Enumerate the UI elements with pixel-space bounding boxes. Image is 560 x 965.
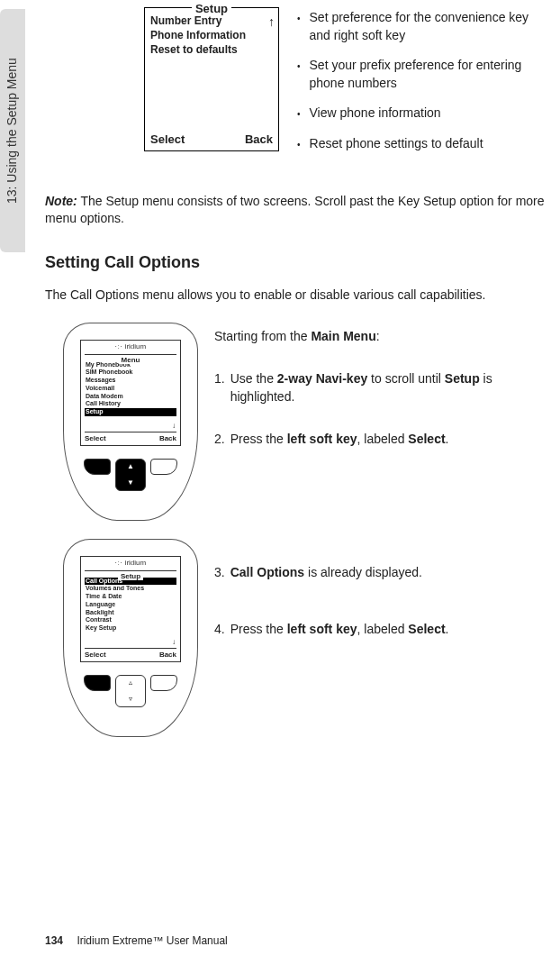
setup-item: Reset to defaults (150, 42, 273, 57)
right-soft-key-icon (150, 459, 177, 475)
note-paragraph: Note: The Setup menu consists of two scr… (45, 193, 551, 228)
screen-title: Setup (118, 572, 143, 580)
brand-label: iridium (81, 341, 180, 351)
bullet-icon: • (297, 108, 301, 123)
bullet-text: Reset phone settings to default (310, 135, 483, 153)
scroll-down-arrow: ↓ (172, 421, 176, 431)
softkey-back: Back (245, 132, 273, 148)
menu-item: Contrast (85, 616, 176, 624)
menu-list: My Phonebook SIM Phonebook Messages Voic… (81, 361, 180, 416)
menu-item: Voicemail (85, 385, 176, 393)
menu-item: Language (85, 601, 176, 609)
softkey-select: Select (150, 132, 185, 148)
menu-item: Time & Date (85, 593, 176, 601)
softkey-select: Select (85, 433, 106, 443)
phone-screen: iridium Menu My Phonebook SIM Phonebook … (80, 340, 181, 446)
bullet-text: Set your prefix preference for entering … (310, 57, 551, 92)
section-heading: Setting Call Options (45, 251, 551, 274)
step-3: 3. Call Options is already displayed. (214, 564, 551, 582)
softkey-back: Back (159, 650, 176, 660)
page-number: 134 (45, 934, 63, 947)
note-text: The Setup menu consists of two screens. … (45, 194, 545, 226)
note-label: Note: (45, 194, 77, 208)
scroll-up-arrow: ↑ (268, 14, 275, 31)
scroll-down-arrow: ↓ (172, 637, 176, 647)
left-soft-key-icon (84, 675, 111, 691)
manual-title: Iridium Extreme™ User Manual (77, 934, 227, 947)
step-4: 4. Press the left soft key, labeled Sele… (214, 621, 551, 639)
left-soft-key-icon (84, 459, 111, 475)
bullet-text: View phone information (310, 105, 441, 123)
screen-title: Menu (119, 356, 143, 364)
navi-key-icon: ▲▼ (115, 459, 146, 491)
bullet-icon: • (297, 60, 301, 92)
phone-screen: iridium Setup Call Options Volumes and T… (80, 556, 181, 662)
menu-item: Key Setup (85, 624, 176, 633)
page-footer: 134 Iridium Extreme™ User Manual (45, 933, 228, 949)
softkey-back: Back (159, 433, 176, 443)
bullet-icon: • (297, 13, 301, 44)
step-1: 1. Use the 2-way Navi-key to scroll unti… (214, 370, 551, 405)
phone-illustration-menu: iridium Menu My Phonebook SIM Phonebook … (63, 323, 198, 521)
feature-bullets: •Set preference for the convenience key … (297, 9, 551, 166)
setup-screen-box: Setup ↑ Number Entry Phone Information R… (144, 7, 279, 151)
step-2: 2. Press the left soft key, labeled Sele… (214, 431, 551, 449)
menu-item-highlighted: Setup (85, 408, 176, 416)
menu-item: SIM Phonebook (85, 369, 176, 377)
navi-key-icon: ▵▿ (115, 675, 146, 707)
right-soft-key-icon (150, 675, 177, 691)
menu-item: Backlight (85, 609, 176, 617)
phone-illustration-setup: iridium Setup Call Options Volumes and T… (63, 539, 198, 737)
menu-list: Call Options Volumes and Tones Time & Da… (81, 578, 180, 633)
menu-item: Data Modem (85, 393, 176, 401)
bullet-text: Set preference for the convenience key a… (310, 9, 551, 44)
brand-label: iridium (81, 557, 180, 568)
section-intro: The Call Options menu allows you to enab… (45, 287, 551, 305)
setup-item: Number Entry (150, 14, 273, 28)
setup-item: Phone Information (150, 28, 273, 42)
menu-item: Volumes and Tones (85, 585, 176, 593)
intro-line: Starting from the Main Menu: (214, 328, 551, 346)
softkey-select: Select (85, 650, 106, 660)
menu-item: Messages (85, 377, 176, 385)
bullet-icon: • (297, 139, 301, 153)
side-tab: 13: Using the Setup Menu (0, 9, 25, 252)
menu-item: Call History (85, 400, 176, 408)
